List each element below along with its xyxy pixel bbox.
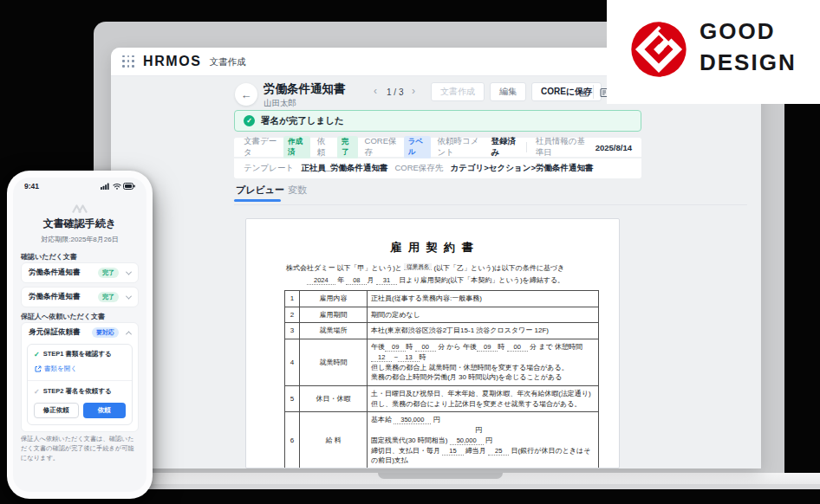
step1-label: STEP1 書類を確認する [43,350,112,359]
external-link-icon [35,365,42,372]
doc-card-title: 労働条件通知書 [29,268,81,278]
brand-logo: HRMOS [143,54,202,69]
step2-row: ✓ STEP2 署名を依頼する [34,387,126,396]
wifi-icon [113,183,121,190]
contract-cell: 正社員(従事する業務内容:一般事務) [368,291,599,307]
meta-label: 依頼 [317,136,330,158]
contract-cell: 4 [285,339,300,386]
deadline-text: 対応期限:2025年8月26日 [13,235,146,244]
pagination-next-button[interactable]: › [412,85,415,97]
meta-divider [526,142,527,152]
section-label-confirm: 確認いただく文書 [21,252,77,262]
toolbar-divider [593,85,594,99]
browser-window: HRMOS 文書作成 文書配付 文書 ← 労働条件通知書 山田太郎 ‹ 1 / … [111,48,761,468]
phone-page-title: 文書確認手続き [13,216,146,231]
check-circle-icon: ✓ [244,115,255,126]
phone-mockup: 9:41 文書確認手続き 対応期限:2025年8月26日 確認いただく文書 労働… [7,171,153,499]
doc-card[interactable]: 労働条件通知書 完了 [21,287,139,307]
status-badge: 完了 [98,268,119,278]
meta-label: CORE保存先 [394,163,443,174]
laptop-base-edge [48,484,820,489]
status-badge: 作成済 [283,136,309,159]
meta-label: 文書データ [244,136,277,158]
open-document-link[interactable]: 書類を開く [35,365,126,373]
tab-row-divider [234,204,747,205]
status-badge: 要対応 [92,327,119,338]
chevron-down-icon [126,293,132,299]
meta-value: 正社員_労働条件通知書 [301,163,387,174]
meta-label: テンプレート [244,163,294,174]
divider [28,380,132,381]
contract-cell: 雇用内容 [300,291,368,307]
meta-row-template: テンプレート正社員_労働条件通知書CORE保存先カテゴリ>セクション>労働条件通… [234,158,641,178]
award-line2: DESIGN [700,48,797,79]
contract-cell: 給 料 [300,412,368,468]
app-grid-icon[interactable] [122,55,135,68]
phone-screen: 9:41 文書確認手続き 対応期限:2025年8月26日 確認いただく文書 労働… [13,178,146,492]
active-tab-underline [234,199,281,202]
pagination-prev-button[interactable]: ‹ [374,85,377,97]
contract-cell: 就業時間 [300,339,368,386]
contract-cell: 休日・休暇 [300,386,368,412]
doc-card-header[interactable]: 身元保証依頼書 要対応 [22,323,138,342]
download-icon[interactable] [576,84,593,101]
contract-intro-line: 2024 年 08月 31 日より雇用契約(以下「本契約」という)を締結する。 [246,275,619,287]
tab-variables[interactable]: 変数 [288,184,307,197]
document-preview-panel: 雇 用 契 約 書 株式会社ダミー 以下「甲」という)と 従業員名 (以下「乙」… [245,218,620,468]
phone-status-bar: 9:41 [13,182,146,191]
meta-value: 登録済み [491,136,517,158]
doc-card-expanded: 身元保証依頼書 要対応 ✓ STEP1 書類を確認する 書類を開く [21,322,139,432]
contract-cell: 1 [285,291,300,307]
contract-cell: 基本給 350,000 円円固定残業代(30 時間相当) 50,000 円締切日… [368,412,599,468]
status-icons [101,183,135,190]
step2-label: STEP2 署名を依頼する [43,387,112,396]
success-banner-text: 署名が完了しました [261,115,344,127]
contract-cell: 2 [285,307,300,323]
contract-cell: 午後09時 00 分 から 午後09時 00 分 まで 休憩時間 12 ~13時… [368,339,599,386]
award-line1: GOOD [700,16,797,48]
header-button-1[interactable]: 編集 [490,82,526,101]
good-design-wordmark: GOOD DESIGN [700,16,797,79]
contract-cell: 6 [285,412,300,468]
doc-card-title: 労働条件通知書 [29,292,81,302]
success-banner: ✓ 署名が完了しました [234,110,641,132]
page-title: 労働条件通知書 [264,81,346,97]
status-badge: ラベル [404,136,431,159]
product-name: 文書作成 [210,56,246,68]
employee-name: 山田太郎 [264,98,296,109]
contract-table-row: 4就業時間午後09時 00 分 から 午後09時 00 分 まで 休憩時間 12… [285,339,599,386]
meta-row-status: 文書データ作成済依頼完了CORE保存ラベル依頼時コメント登録済み社員情報の基準日… [234,138,641,158]
status-badge: 完了 [98,292,119,302]
contract-cell: 本社(東京都渋谷区渋谷2丁目15-1 渋谷クロスタワー 12F) [368,323,599,339]
back-button[interactable]: ← [235,83,257,106]
battery-icon [123,183,135,190]
signal-icon [101,183,110,190]
request-button[interactable]: 依頼 [83,403,127,418]
chevron-up-icon [126,331,132,337]
doc-card-title: 身元保証依頼書 [29,327,81,338]
laptop-notch [378,473,503,479]
contract-title: 雇 用 契 約 書 [246,240,619,255]
section-label-guarantor: 保証人へ依頼いただく文書 [21,312,105,321]
step1-row: ✓ STEP1 書類を確認する [34,350,126,359]
contract-cell: 期間の定めなし [368,307,599,323]
contract-table: 1雇用内容正社員(従事する業務内容:一般事務)2雇用期間期間の定めなし3就業場所… [284,290,599,468]
step1-check-icon: ✓ [34,351,40,359]
contract-table-row: 2雇用期間期間の定めなし [285,307,599,323]
marketing-canvas: HRMOS 文書作成 文書配付 文書 ← 労働条件通知書 山田太郎 ‹ 1 / … [0,0,820,504]
contract-table-row: 3就業場所本社(東京都渋谷区渋谷2丁目15-1 渋谷クロスタワー 12F) [285,323,599,339]
header-button-0[interactable]: 文書作成 [431,82,485,101]
contract-cell: 土・日曜日及び祝祭日、年末年始、夏期休暇、年次有給休暇(法定通り)但し、業務の都… [368,386,599,412]
contract-cell: 3 [285,323,300,339]
doc-card[interactable]: 労働条件通知書 完了 [21,262,139,283]
hrmos-mark-icon [13,201,146,216]
phone-footer-note: 保証人へ依頼いただく文書は、確認いただく文書の確認が完了後に手続きが可能になりま… [21,434,139,462]
status-time: 9:41 [24,182,39,191]
meta-label: CORE保存 [365,136,397,158]
contract-cell: 就業場所 [300,323,368,339]
contract-cell: 5 [285,386,300,412]
meta-value: カテゴリ>セクション>労働条件通知書 [450,163,593,174]
tab-preview[interactable]: プレビュー [236,184,284,197]
contract-cell: 雇用期間 [300,307,368,323]
request-fix-button[interactable]: 修正依頼 [34,403,79,418]
